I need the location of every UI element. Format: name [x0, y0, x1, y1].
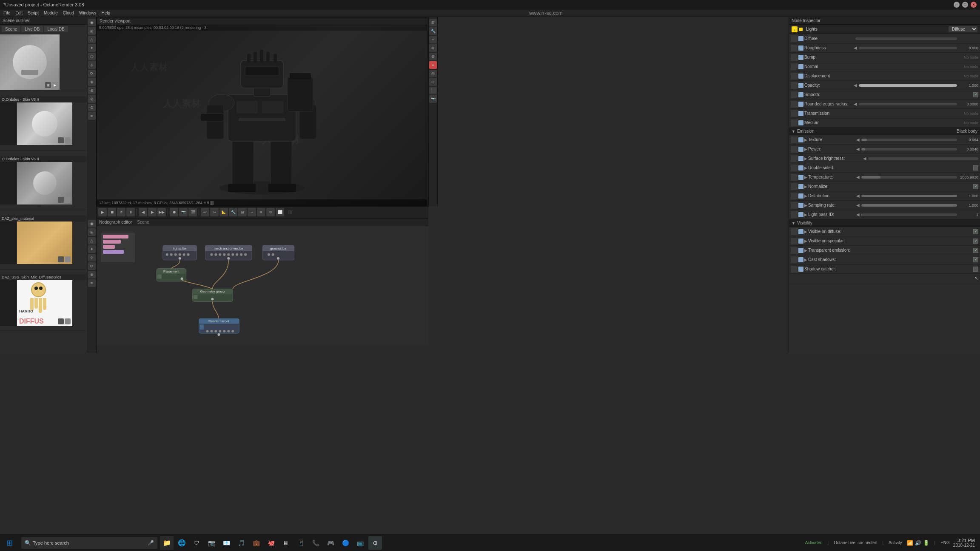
taskbar-icon-app12[interactable]: 🎮 [324, 536, 337, 550]
taskbar-search[interactable]: 🔍 🎤 [21, 537, 157, 549]
render-close[interactable]: ✕ [257, 208, 265, 216]
tool-btn-5[interactable]: ⬡ [88, 53, 96, 60]
render-undo[interactable]: ↩ [201, 208, 209, 216]
vtool-5[interactable]: ⊗ [429, 53, 437, 60]
ng-tool-6[interactable]: ⟳ [88, 262, 96, 270]
row-slider-arrow-rounded[interactable]: ◀ [854, 102, 857, 106]
tab-scene[interactable]: Scene [2, 26, 20, 32]
render-next-frame[interactable]: ▶▶ [157, 208, 166, 216]
tab-live-db[interactable]: Live DB [21, 26, 43, 32]
taskbar-icon-octane[interactable]: ⚙ [368, 536, 382, 550]
list-item[interactable]: O.Ordales - Skin V6 II [0, 151, 87, 210]
render-stop[interactable]: ⏹ [108, 208, 116, 216]
list-item[interactable]: ⊞ ▶ [0, 34, 87, 91]
row-slider-roughness[interactable] [859, 47, 957, 49]
taskbar-icon-app6[interactable]: 🎵 [234, 536, 248, 550]
tool-btn-12[interactable]: ≡ [88, 112, 96, 120]
battery-icon[interactable]: 🔋 [923, 540, 929, 546]
taskbar-icon-app3[interactable]: 🛡 [190, 536, 203, 550]
render-cam[interactable]: 📷 [179, 208, 188, 216]
network-icon[interactable]: 📶 [907, 540, 913, 546]
tool-btn-11[interactable]: ⊙ [88, 104, 96, 111]
taskbar-icon-app8[interactable]: 🐙 [264, 536, 278, 550]
row-checkbox-shadow-catcher[interactable] [973, 267, 978, 272]
vtool-7[interactable]: ⊙ [429, 78, 437, 86]
render-settings[interactable]: 🔧 [229, 208, 237, 216]
ng-tool-2[interactable]: ⊞ [88, 228, 96, 236]
taskbar-icon-app10[interactable]: 📱 [294, 536, 308, 550]
row-slider-arrow-texture[interactable]: ◀ [856, 137, 860, 142]
ng-tool-3[interactable]: △ [88, 237, 96, 244]
menu-windows[interactable]: Windows [79, 11, 97, 15]
vtool-8[interactable]: ⬛ [429, 87, 437, 94]
minimize-button[interactable]: ─ [954, 2, 960, 8]
tool-btn-8[interactable]: ⊕ [88, 78, 96, 86]
row-slider-power[interactable] [861, 148, 957, 151]
ng-tool-8[interactable]: ≡ [88, 279, 96, 287]
pink-bars-node[interactable] [101, 233, 135, 262]
row-checkbox-smooth[interactable]: ✓ [973, 92, 978, 97]
row-slider-texture[interactable] [861, 139, 957, 141]
row-checkbox-vis-specular[interactable]: ✓ [973, 239, 978, 244]
row-slider-light-pass-id[interactable] [861, 213, 957, 216]
row-slider-arrow-sr[interactable]: ◀ [856, 203, 860, 207]
render-grid[interactable]: ⊞ [238, 208, 247, 216]
render-ruler[interactable]: 📐 [219, 208, 228, 216]
ng-tool-7[interactable]: ⊕ [88, 271, 96, 278]
tool-btn-10[interactable]: ⊘ [88, 95, 96, 103]
render-restart[interactable]: ↺ [117, 208, 125, 216]
vtool-1[interactable]: ⊞ [429, 19, 437, 26]
row-slider-sampling-rate[interactable] [861, 204, 957, 207]
taskbar-icon-app7[interactable]: 💼 [249, 536, 263, 550]
tool-btn-3[interactable]: △ [88, 36, 96, 43]
search-input[interactable] [33, 540, 146, 545]
render-play[interactable]: ▶ [98, 208, 107, 216]
tool-btn-9[interactable]: ⊗ [88, 87, 96, 94]
row-slider-rounded[interactable] [859, 103, 957, 105]
nodegraph-area[interactable]: lights.fbx mech and driver.fbx [97, 226, 428, 345]
menu-cloud[interactable]: Cloud [63, 11, 74, 15]
taskbar-icon-chrome[interactable]: 🌐 [175, 536, 188, 550]
list-item[interactable]: DAZ_SSS_Skin_Mix_Diffuse&Glos [0, 270, 87, 331]
ng-tool-5[interactable]: ⊹ [88, 254, 96, 261]
menu-module[interactable]: Module [44, 11, 58, 15]
vtool-6[interactable]: ◎ [429, 70, 437, 77]
taskbar-icon-app9[interactable]: 🖥 [279, 536, 293, 550]
render-play-fwd[interactable]: ▶ [148, 208, 157, 216]
menu-edit[interactable]: Edit [15, 11, 23, 15]
vtool-4[interactable]: ⊕ [429, 44, 437, 52]
close-button[interactable]: × [971, 2, 977, 8]
menu-file[interactable]: File [3, 11, 10, 15]
row-slider-arrow-dist[interactable]: ◀ [856, 193, 860, 198]
row-slider-arrow-temp[interactable]: ◀ [856, 175, 860, 179]
row-slider-diffuse[interactable] [855, 37, 957, 40]
taskbar-icon-file-explorer[interactable]: 📁 [160, 536, 174, 550]
menu-script[interactable]: Script [28, 11, 39, 15]
list-item[interactable]: DAZ_skin_material [0, 210, 87, 270]
ng-tool-1[interactable]: ◉ [88, 220, 96, 227]
render-fullscreen[interactable]: ⬜ [276, 208, 284, 216]
volume-icon[interactable]: 🔊 [915, 540, 921, 546]
row-checkbox-vis-diffuse[interactable]: ✓ [973, 229, 978, 234]
tab-local-db[interactable]: Local DB [44, 26, 68, 32]
ng-tool-4[interactable]: ✦ [88, 245, 96, 253]
row-slider-arrow-sb[interactable]: ◀ [863, 156, 866, 161]
maximize-button[interactable]: □ [962, 2, 968, 8]
row-slider-surface-brightness[interactable] [868, 157, 978, 160]
section-visibility[interactable]: ▼ Visibility [789, 219, 980, 227]
render-refresh[interactable]: ⟲ [266, 208, 275, 216]
row-slider-arrow-opacity[interactable]: ◀ [854, 83, 857, 88]
render-pause[interactable]: ⏸ [126, 208, 135, 216]
row-slider-arrow-lpid[interactable]: ◀ [856, 212, 860, 217]
tool-btn-4[interactable]: ✦ [88, 44, 96, 52]
taskbar-icon-app5[interactable]: 📧 [219, 536, 233, 550]
row-slider-temperature[interactable] [861, 176, 957, 179]
row-checkbox-cast-shadows[interactable]: ✓ [973, 257, 978, 262]
render-film[interactable]: 🎬 [188, 208, 197, 216]
tool-btn-2[interactable]: ⊞ [88, 27, 96, 35]
row-slider-distribution[interactable] [861, 195, 957, 197]
render-add[interactable]: ＋ [248, 208, 256, 216]
render-prev-frame[interactable]: ◀ [139, 208, 147, 216]
taskbar-icon-app14[interactable]: 📺 [353, 536, 367, 550]
render-record[interactable]: ⏺ [170, 208, 178, 216]
